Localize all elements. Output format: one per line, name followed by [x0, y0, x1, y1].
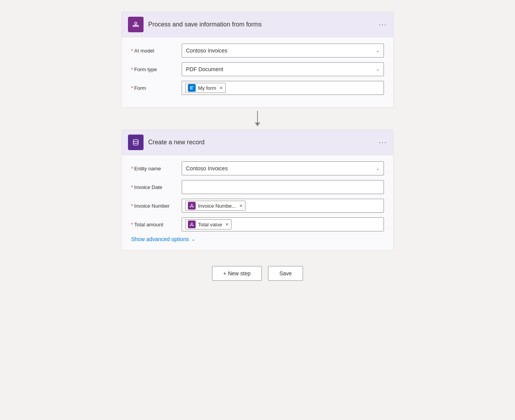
bottom-actions: + New step Save: [212, 266, 303, 281]
ai-model-dropdown[interactable]: Contoso invoices ⌄: [182, 44, 384, 58]
invoice-date-row: *Invoice Date: [131, 180, 384, 194]
card1-title: Process and save information from forms: [148, 21, 379, 28]
card2-header: Create a new record ···: [122, 130, 393, 155]
card2-body: *Entity name Contoso Invoices ⌄ *Invoice…: [122, 155, 393, 250]
invoice-number-tag-icon: [188, 202, 196, 210]
invoice-number-row: *Invoice Number: [131, 199, 384, 213]
total-amount-label: *Total amount: [131, 222, 182, 228]
form-type-label: *Form type: [131, 66, 182, 72]
canvas: Process and save information from forms …: [110, 8, 405, 420]
invoice-date-label: *Invoice Date: [131, 184, 182, 190]
ai-model-chevron-icon: ⌄: [376, 48, 380, 53]
my-form-tag-icon: [188, 84, 196, 92]
card-create-record: Create a new record ··· *Entity name Con…: [121, 130, 394, 250]
card2-menu-button[interactable]: ···: [379, 138, 387, 147]
svg-point-9: [191, 204, 193, 206]
show-advanced-options[interactable]: Show advanced options ⌄: [131, 236, 384, 242]
card1-menu-button[interactable]: ···: [379, 21, 387, 29]
total-value-tag-icon: [188, 220, 196, 228]
svg-point-8: [133, 140, 138, 142]
entity-name-chevron-icon: ⌄: [376, 166, 380, 171]
ai-model-label: *AI model: [131, 48, 182, 54]
total-amount-tag-container[interactable]: Total value ✕: [182, 217, 384, 231]
invoice-date-input[interactable]: [182, 180, 384, 194]
card1-header: Process and save information from forms …: [122, 12, 393, 37]
entity-name-label: *Entity name: [131, 166, 182, 172]
advanced-options-chevron-icon: ⌄: [191, 236, 195, 242]
save-button[interactable]: Save: [268, 266, 303, 281]
entity-name-dropdown[interactable]: Contoso Invoices ⌄: [182, 161, 384, 175]
total-amount-row: *Total amount: [131, 217, 384, 231]
new-step-button[interactable]: + New step: [212, 266, 262, 281]
entity-name-row: *Entity name Contoso Invoices ⌄: [131, 161, 384, 175]
card2-icon: [128, 135, 144, 150]
invoice-number-tag: Invoice Numbe... ✕: [185, 201, 245, 211]
svg-point-15: [191, 223, 193, 224]
total-value-tag-close[interactable]: ✕: [225, 222, 229, 227]
invoice-number-tag-container[interactable]: Invoice Numbe... ✕: [182, 199, 384, 213]
form-type-chevron-icon: ⌄: [376, 66, 380, 72]
form-tag-container[interactable]: My form ✕: [182, 81, 384, 95]
card1-icon: [128, 17, 144, 32]
card2-title: Create a new record: [148, 139, 379, 146]
total-value-tag: Total value ✕: [185, 219, 231, 229]
form-label: *Form: [131, 85, 182, 91]
card1-body: *AI model Contoso invoices ⌄ *Form type …: [122, 37, 393, 107]
svg-point-0: [135, 22, 137, 24]
my-form-tag: My form ✕: [185, 83, 226, 93]
connector-arrow-1: [255, 122, 260, 126]
ai-builder-icon: [131, 20, 140, 29]
dataverse-icon: [131, 138, 140, 147]
form-type-row: *Form type PDF Document ⌄: [131, 62, 384, 76]
form-type-dropdown[interactable]: PDF Document ⌄: [182, 62, 384, 76]
ai-model-row: *AI model Contoso invoices ⌄: [131, 44, 384, 58]
my-form-tag-close[interactable]: ✕: [219, 86, 223, 91]
connector-line-1: [257, 111, 258, 122]
invoice-number-label: *Invoice Number: [131, 203, 182, 209]
card-process-forms: Process and save information from forms …: [121, 12, 394, 108]
invoice-number-tag-close[interactable]: ✕: [239, 203, 243, 208]
connector-1: [255, 111, 260, 126]
form-row: *Form My form ✕: [131, 81, 384, 95]
